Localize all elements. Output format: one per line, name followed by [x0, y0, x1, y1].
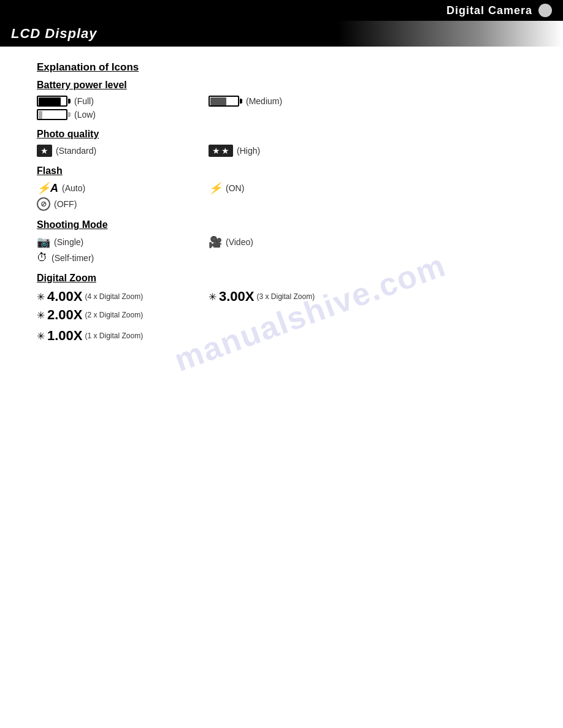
photo-standard-label: (Standard) — [56, 146, 96, 156]
battery-section-title: Battery power level — [37, 80, 526, 91]
battery-fill-full — [39, 97, 61, 105]
zoom-2x-item: ✳ 2.00X (2 x Digital Zoom) — [37, 307, 209, 323]
star-standard-icon: ★ — [37, 145, 52, 157]
battery-fill-medium — [210, 97, 226, 105]
digital-zoom-row1: ✳ 4.00X (4 x Digital Zoom) ✳ 3.00X (3 x … — [37, 289, 526, 325]
battery-full-label: (Full) — [74, 96, 94, 106]
flash-off-icon: ⊘ — [37, 197, 50, 211]
header-circle — [538, 4, 552, 17]
battery-low-item: (Low) — [37, 109, 209, 120]
zoom-1x-icon: ✳ — [37, 330, 45, 342]
battery-tip — [68, 99, 71, 104]
zoom-1x-number: 1.00X — [47, 328, 83, 344]
flash-on-item: ⚡ (ON) — [209, 181, 380, 195]
shooting-mode-row: 📷 (Single) 🎥 (Video) ⏱ (Self-timer) — [37, 235, 526, 267]
zoom-1x-item: ✳ 1.00X (1 x Digital Zoom) — [37, 328, 209, 344]
photo-quality-title: Photo quality — [37, 129, 526, 140]
star-standard-star: ★ — [40, 146, 48, 156]
zoom-4x-number: 4.00X — [47, 289, 83, 305]
lcd-display-band: LCD Display — [0, 21, 563, 47]
battery-fill-low — [39, 111, 42, 119]
zoom-2x-icon: ✳ — [37, 309, 45, 321]
zoom-4x-desc: (4 x Digital Zoom) — [85, 292, 144, 301]
battery-medium-tip — [240, 99, 242, 104]
flash-off-label: (OFF) — [54, 199, 77, 209]
camera-timer-icon: ⏱ — [37, 251, 48, 264]
digital-zoom-row2: ✳ 1.00X (1 x Digital Zoom) — [37, 328, 526, 346]
battery-full-icon — [37, 96, 71, 107]
shooting-selftimer-item: ⏱ (Self-timer) — [37, 251, 209, 264]
photo-standard-item: ★ (Standard) — [37, 145, 209, 157]
photo-quality-row: ★ (Standard) ★ ★ (High) — [37, 145, 526, 159]
camera-single-icon: 📷 — [37, 235, 50, 249]
star-high-icon: ★ ★ — [209, 145, 233, 157]
zoom-3x-number: 3.00X — [219, 289, 255, 305]
flash-auto-label: (Auto) — [62, 183, 85, 193]
battery-low-tip — [68, 112, 71, 117]
flash-off-item: ⊘ (OFF) — [37, 197, 209, 211]
zoom-3x-item: ✳ 3.00X (3 x Digital Zoom) — [209, 289, 380, 305]
digital-zoom-title: Digital Zoom — [37, 273, 526, 284]
explanation-title: Explanation of Icons — [37, 61, 526, 74]
battery-full-item: (Full) — [37, 96, 209, 107]
battery-row: (Full) (Medium) (Low) — [37, 96, 526, 123]
flash-section-title: Flash — [37, 165, 526, 176]
zoom-4x-item: ✳ 4.00X (4 x Digital Zoom) — [37, 289, 209, 305]
flash-on-label: (ON) — [226, 183, 244, 193]
shooting-single-label: (Single) — [54, 237, 83, 247]
battery-medium-icon — [209, 96, 242, 107]
battery-medium-label: (Medium) — [246, 96, 282, 106]
zoom-2x-number: 2.00X — [47, 307, 83, 323]
zoom-3x-icon: ✳ — [209, 291, 216, 303]
shooting-mode-title: Shooting Mode — [37, 219, 526, 230]
shooting-selftimer-label: (Self-timer) — [52, 253, 94, 263]
star-high-star2: ★ — [221, 146, 229, 156]
zoom-3x-desc: (3 x Digital Zoom) — [257, 292, 315, 301]
zoom-2x-desc: (2 x Digital Zoom) — [85, 311, 144, 319]
flash-auto-icon: ⚡A — [37, 181, 58, 195]
photo-high-item: ★ ★ (High) — [209, 145, 380, 157]
main-content: Explanation of Icons Battery power level… — [0, 47, 563, 367]
camera-video-icon: 🎥 — [209, 235, 222, 249]
shooting-video-item: 🎥 (Video) — [209, 235, 380, 249]
star-high-star1: ★ — [212, 146, 220, 156]
flash-row: ⚡A (Auto) ⚡ (ON) ⊘ (OFF) — [37, 181, 526, 213]
battery-medium-item: (Medium) — [209, 96, 380, 107]
battery-low-icon — [37, 109, 71, 120]
lcd-display-title: LCD Display — [11, 26, 98, 41]
zoom-1x-desc: (1 x Digital Zoom) — [85, 332, 144, 340]
battery-low-label: (Low) — [74, 110, 96, 119]
zoom-4x-icon: ✳ — [37, 291, 45, 303]
flash-auto-item: ⚡A (Auto) — [37, 181, 209, 195]
flash-on-icon: ⚡ — [209, 181, 222, 195]
photo-high-label: (High) — [237, 146, 260, 156]
header-title: Digital Camera — [446, 4, 532, 17]
shooting-single-item: 📷 (Single) — [37, 235, 209, 249]
shooting-video-label: (Video) — [226, 237, 253, 247]
header-bar: Digital Camera — [0, 0, 563, 21]
